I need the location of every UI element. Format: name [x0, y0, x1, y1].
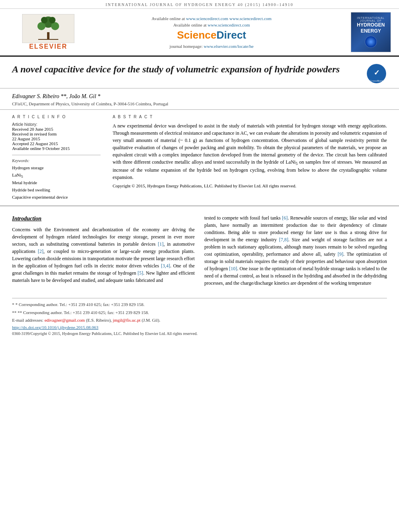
body-col-left: Introduction Concerns with the Environme… [12, 214, 195, 290]
keyword-4: Hydride bed swelling [12, 187, 101, 194]
accepted-date: Accepted 22 August 2015 [12, 141, 101, 146]
ref-3-4[interactable]: [3,4] [161, 263, 170, 269]
ref-5[interactable]: [5] [138, 270, 143, 276]
abstract-body: A new experimental device was developed … [113, 122, 387, 181]
article-info-panel: A R T I C L E I N F O Article history: R… [12, 115, 101, 201]
crossmark-area: ✓ CrossMark [366, 63, 387, 84]
journal-homepage: journal homepage: www.elsevier.com/locat… [97, 44, 327, 49]
journal-cover-image: International Journal of HYDROGENENERGY [351, 12, 391, 52]
abstract-text: A new experimental device was developed … [113, 122, 387, 181]
info-divider [12, 155, 101, 155]
fn1-text: * Corresponding author. Tel.: +351 239 4… [15, 302, 144, 307]
bottom-copyright: 0360-3199/Copyright © 2015, Hydrogen Ene… [12, 331, 387, 336]
body-col-right: tested to compete with fossil fuel tanks… [204, 214, 387, 290]
email-label: E-mail addresses: [12, 318, 45, 322]
abstract-label: A B S T R A C T [113, 115, 387, 119]
available-online-text: Available online at www.sciencedirect.co… [97, 16, 327, 21]
ref-10[interactable]: [10] [229, 266, 237, 271]
svg-text:✓: ✓ [374, 69, 380, 77]
keyword-3: Metal hydride [12, 179, 101, 187]
keyword-1: Hydrogen storage [12, 164, 101, 172]
journal-banner: INTERNATIONAL JOURNAL OF HYDROGEN ENERGY… [0, 0, 399, 9]
svg-rect-7 [38, 39, 58, 40]
sciencedirect-url[interactable]: www.sciencedirect.com [186, 16, 228, 21]
sd-url[interactable]: www.sciencedirect.com [208, 23, 250, 27]
received-date: Received 20 June 2015 [12, 127, 101, 131]
cover-title: HYDROGENENERGY [357, 22, 385, 34]
elsevier-tree-logo [22, 14, 74, 43]
elsevier-logo-area: ELSEVIER [8, 14, 88, 50]
author-names: Edivagner S. Ribeiro **, João M. Gil * [12, 93, 387, 100]
article-meta: A R T I C L E I N F O Article history: R… [0, 110, 399, 206]
footnotes: * * Corresponding author. Tel.: +351 239… [12, 298, 387, 336]
online-date: Available online 9 October 2015 [12, 146, 101, 151]
revised-date: 22 August 2015 [12, 136, 101, 141]
ref-1[interactable]: [1] [158, 241, 163, 247]
email2-name: (J.M. Gil). [142, 318, 160, 322]
email1[interactable]: edivagner@gmail.com [45, 318, 85, 322]
journal-url[interactable]: www.elsevier.com/locate/he [204, 44, 254, 49]
copyright-text: Copyright © 2015, Hydrogen Energy Public… [113, 183, 387, 188]
footnote-1: * * Corresponding author. Tel.: +351 239… [12, 302, 387, 308]
revised-label: Received in revised form [12, 131, 101, 136]
crossmark-logo: ✓ CrossMark [366, 63, 387, 84]
svg-point-5 [41, 17, 47, 23]
page-header: ELSEVIER Available online at www.science… [0, 9, 399, 57]
intro-title: Introduction [12, 214, 195, 223]
available-online-label: Available online at www.sciencedirect.co… [97, 23, 327, 27]
fn-starstar: ** [12, 310, 18, 315]
keyword-2: LaNi5 [12, 172, 101, 180]
article-info-label: A R T I C L E I N F O [12, 115, 101, 119]
article-title: A novel capacitive device for the study … [12, 63, 366, 76]
journal-cover-area: International Journal of HYDROGENENERGY [335, 12, 391, 52]
intro-para-1: Concerns with the Environment and decarb… [12, 226, 195, 284]
ref-7-8[interactable]: [7,8] [279, 237, 288, 242]
fn2-text: ** Corresponding author. Tel.: +351 239 … [18, 310, 149, 315]
header-center: Available online at www.sciencedirect.co… [88, 16, 335, 49]
authors-section: Edivagner S. Ribeiro **, João M. Gil * C… [0, 88, 399, 110]
history-label: Article history: [12, 122, 101, 127]
svg-text:CrossMark: CrossMark [370, 80, 383, 82]
elsevier-wordmark: ELSEVIER [29, 43, 67, 50]
svg-point-6 [49, 17, 56, 23]
footnote-2: ** ** Corresponding author. Tel.: +351 2… [12, 310, 387, 316]
body-columns: Introduction Concerns with the Environme… [12, 214, 387, 290]
keywords-label: Keywords: [12, 158, 101, 163]
main-content: Introduction Concerns with the Environme… [0, 206, 399, 298]
doi-link[interactable]: http://dx.doi.org/10.1016/j.ijhydene.201… [12, 325, 387, 330]
cover-decoration [365, 36, 377, 48]
abstract-panel: A B S T R A C T A new experimental devic… [113, 115, 387, 201]
keyword-5: Capacitive experimental device [12, 194, 101, 201]
article-history: Article history: Received 20 June 2015 R… [12, 122, 101, 151]
sciencedirect-brand: ScienceDirect [97, 29, 327, 41]
email1-name: (E.S. Ribeiro), [86, 318, 113, 322]
ref-9[interactable]: [9] [337, 251, 343, 257]
intro-para-2: tested to compete with fossil fuel tanks… [204, 214, 387, 287]
fn-star: * [12, 302, 15, 307]
keywords-section: Keywords: Hydrogen storage LaNi5 Metal h… [12, 158, 101, 201]
ref-2[interactable]: [2] [38, 249, 43, 254]
title-section: A novel capacitive device for the study … [0, 57, 399, 88]
email-footnote: E-mail addresses: edivagner@gmail.com (E… [12, 317, 387, 323]
affiliation: CFisUC, Department of Physics, Universit… [12, 101, 387, 106]
svg-rect-1 [47, 32, 49, 39]
banner-text: INTERNATIONAL JOURNAL OF HYDROGEN ENERGY… [105, 2, 293, 7]
ref-6[interactable]: [6] [282, 215, 288, 221]
email2[interactable]: jmgil@fis.uc.pt [113, 318, 141, 322]
